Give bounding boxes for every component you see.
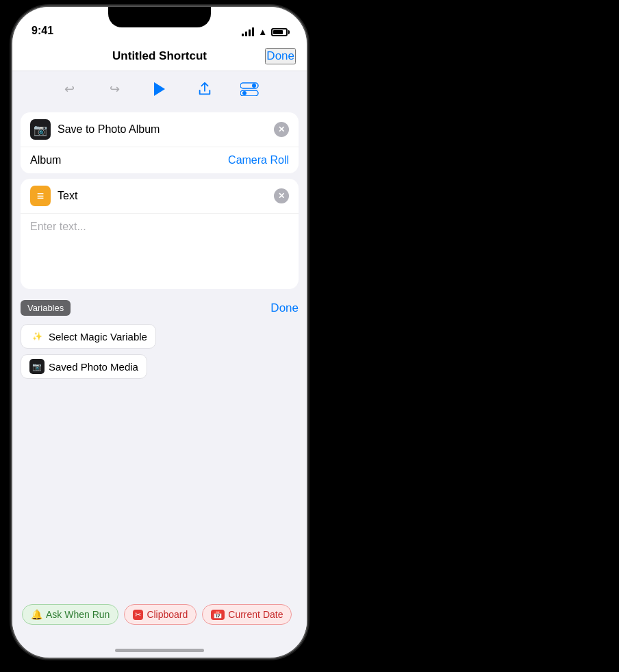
- toggle-icon: [240, 82, 260, 96]
- save-photo-close-button[interactable]: ✕: [274, 122, 289, 137]
- text-header: ≡ Text ✕: [21, 179, 299, 214]
- album-value-button[interactable]: Camera Roll: [228, 154, 289, 166]
- ask-when-run-pill[interactable]: 🔔 Ask When Run: [22, 604, 118, 625]
- nav-done-button[interactable]: Done: [265, 48, 296, 64]
- redo-button[interactable]: ↪: [102, 77, 127, 101]
- ask-icon: 🔔: [31, 609, 42, 620]
- text-action: ≡ Text ✕ Enter text...: [21, 179, 299, 289]
- current-date-label: Current Date: [228, 609, 283, 620]
- variables-done-button[interactable]: Done: [270, 301, 299, 315]
- clipboard-pill[interactable]: ✂ Clipboard: [124, 604, 197, 625]
- saved-photo-label: Saved Photo Media: [49, 361, 138, 373]
- saved-photo-media-button[interactable]: 📷 Saved Photo Media: [21, 354, 147, 379]
- album-label: Album: [30, 154, 61, 166]
- current-date-pill[interactable]: 📅 Current Date: [202, 604, 292, 625]
- play-button[interactable]: [147, 77, 172, 101]
- signal-icon: [242, 27, 254, 36]
- battery-icon: [271, 28, 288, 36]
- content-area: 📷 Save to Photo Album ✕ Album Camera Rol…: [12, 107, 307, 658]
- camera-icon: 📷: [30, 119, 51, 140]
- select-magic-variable-button[interactable]: ✨ Select Magic Variable: [21, 324, 156, 349]
- nav-title: Untitled Shortcut: [112, 49, 207, 63]
- variables-bar: Variables Done: [12, 295, 307, 321]
- play-icon: [154, 82, 165, 96]
- save-photo-header: 📷 Save to Photo Album ✕: [21, 112, 299, 147]
- album-row: Album Camera Roll: [21, 147, 299, 173]
- text-action-title: Text: [58, 190, 267, 202]
- clipboard-icon: ✂: [133, 610, 143, 620]
- ask-when-run-label: Ask When Run: [46, 609, 110, 620]
- share-button[interactable]: [192, 77, 217, 101]
- bottom-variables: 🔔 Ask When Run ✂ Clipboard 📅 Current Dat…: [12, 599, 307, 630]
- saved-photo-icon: 📷: [29, 359, 45, 374]
- status-time: 9:41: [31, 25, 53, 37]
- svg-point-1: [252, 84, 256, 88]
- share-icon: [197, 82, 212, 97]
- text-input-area[interactable]: Enter text...: [21, 214, 299, 289]
- clipboard-label: Clipboard: [147, 609, 188, 620]
- phone-frame: 9:41 ▲ Untitled Shortcut Done ↩ ↪: [12, 7, 307, 658]
- select-magic-label: Select Magic Variable: [49, 331, 147, 343]
- variables-badge[interactable]: Variables: [21, 300, 71, 316]
- phone-wrapper: 9:41 ▲ Untitled Shortcut Done ↩ ↪: [0, 0, 315, 672]
- magic-wand-icon: ✨: [29, 329, 45, 344]
- home-indicator: [115, 649, 204, 652]
- save-photo-title: Save to Photo Album: [58, 123, 267, 136]
- date-icon: 📅: [211, 610, 225, 620]
- undo-icon: ↩: [64, 82, 75, 97]
- nav-bar: Untitled Shortcut Done: [12, 41, 307, 71]
- redo-icon: ↪: [110, 82, 120, 97]
- toolbar: ↩ ↪: [12, 71, 307, 107]
- undo-button[interactable]: ↩: [57, 77, 81, 101]
- svg-point-3: [242, 91, 247, 95]
- wifi-icon: ▲: [258, 27, 267, 37]
- text-close-button[interactable]: ✕: [274, 188, 289, 203]
- toggle-settings-button[interactable]: [238, 77, 262, 101]
- save-photo-action: 📷 Save to Photo Album ✕ Album Camera Rol…: [21, 112, 299, 173]
- text-placeholder: Enter text...: [30, 221, 86, 232]
- notch: [108, 7, 211, 27]
- text-icon: ≡: [30, 186, 51, 206]
- status-icons: ▲: [242, 27, 288, 37]
